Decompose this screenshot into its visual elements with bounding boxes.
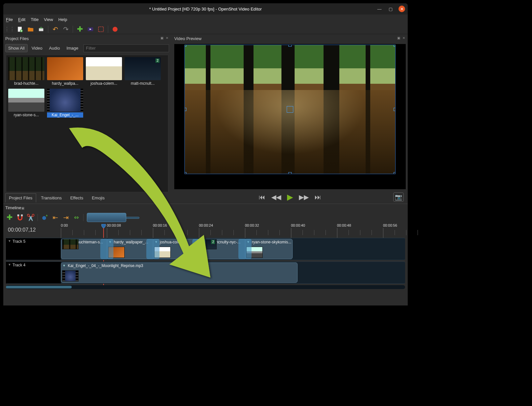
panel-float-icon[interactable]: ▣ — [160, 36, 165, 41]
save-project-icon[interactable] — [37, 26, 45, 33]
tile-label: matt-mcnult... — [125, 81, 161, 86]
timeline-scrollbar[interactable] — [6, 285, 405, 289]
timeline-transition[interactable] — [100, 239, 113, 259]
video-preview-title: Video Preview — [174, 36, 202, 41]
tab-effects[interactable]: Effects — [67, 193, 87, 202]
panel-close-icon[interactable]: ✕ — [166, 36, 170, 41]
ruler-tick: 00:00:48 — [337, 223, 351, 238]
timeline-transition[interactable] — [192, 239, 206, 259]
project-tile[interactable]: ryan-stone-s... — [8, 89, 44, 118]
clip-label: ryan-stone-skykomis... — [252, 240, 291, 244]
play-icon[interactable]: ▶ — [287, 192, 293, 202]
window-title: * Untitled Project [HD 720p 30 fps] - Op… — [149, 7, 262, 11]
tab-emojis[interactable]: Emojis — [88, 193, 108, 202]
tile-label: joshua-colem... — [86, 81, 122, 86]
rewind-icon[interactable]: ◀◀ — [271, 193, 281, 201]
ruler-tick: 0:00 — [61, 223, 68, 238]
close-button[interactable]: ✕ — [399, 6, 405, 12]
tab-project-files[interactable]: Project Files — [5, 193, 36, 202]
titlebar: * Untitled Project [HD 720p 30 fps] - Op… — [3, 3, 408, 14]
timeline-transition[interactable] — [146, 239, 159, 259]
project-files-header: Project Files ▣ ✕ — [3, 34, 171, 43]
preview-viewport[interactable] — [174, 44, 406, 189]
track-4-body[interactable]: ▼Kai_Engel_-_04_-_Moonlight_Reprise.mp3 — [61, 262, 405, 283]
new-project-icon[interactable] — [16, 26, 24, 33]
project-tile[interactable]: brad-huchte... — [8, 57, 44, 86]
track-4-header[interactable]: ▼ Track 4 — [6, 262, 61, 283]
timeline-panel: Timeline ▣ ✚ ✂️ + ⇤ ⇥ ⇔ — [3, 204, 408, 305]
project-tile[interactable]: joshua-colem... — [86, 57, 122, 86]
snapshot-icon[interactable]: 📷 — [393, 192, 404, 202]
open-project-icon[interactable] — [27, 26, 34, 33]
tile-thumbnail — [47, 57, 83, 80]
preview-image — [184, 45, 396, 174]
timeline-header: Timeline ▣ — [3, 204, 408, 212]
ruler-tick: 00:00:40 — [291, 223, 305, 238]
tile-thumbnail — [86, 57, 122, 80]
fullscreen-icon[interactable] — [97, 26, 105, 33]
track-4-label: Track 4 — [12, 263, 26, 267]
ruler-tick: 00:00:56 — [383, 223, 397, 238]
menu-view[interactable]: View — [44, 17, 53, 22]
track-5-body[interactable]: ▼brad-huchteman-s...▼hardy_wallpaper_...… — [61, 238, 405, 260]
preview-float-icon[interactable]: ▣ — [397, 36, 402, 41]
zoom-slider[interactable] — [87, 214, 139, 221]
clip-thumbnail — [62, 239, 79, 249]
tile-label: ryan-stone-s... — [8, 112, 44, 118]
timeline-clip[interactable]: ▼ryan-stone-skykomis... — [245, 239, 293, 259]
timeline-ruler[interactable]: 0:0000:00:0800:00:1600:00:2400:00:3200:0… — [61, 223, 408, 237]
project-files-panel: Project Files ▣ ✕ Show All Video Audio I… — [3, 34, 171, 204]
timeline-current-time: 00:00:07,12 — [3, 223, 61, 237]
filter-input[interactable] — [84, 44, 169, 52]
center-playhead-icon[interactable]: ⇔ — [73, 214, 80, 221]
playback-controls: ⏮ ◀◀ ▶ ▶▶ ⏭ 📷 — [172, 191, 408, 204]
project-tile[interactable]: matt-mcnult... — [125, 57, 161, 86]
timeline-clip[interactable]: ▼Kai_Engel_-_04_-_Moonlight_Reprise.mp3 — [61, 262, 298, 283]
filter-audio[interactable]: Audio — [46, 44, 62, 52]
razor-icon[interactable]: ✂️ — [27, 214, 34, 221]
export-icon[interactable] — [111, 26, 119, 33]
menu-title[interactable]: Title — [31, 17, 38, 22]
fast-forward-icon[interactable]: ▶▶ — [299, 193, 309, 201]
svg-rect-3 — [99, 27, 104, 32]
add-marker-icon[interactable]: + — [41, 214, 48, 221]
jump-end-icon[interactable]: ⏭ — [315, 193, 321, 201]
project-tile[interactable]: hardy_wallpa... — [47, 57, 83, 86]
redo-icon[interactable]: ↷ — [62, 26, 69, 33]
jump-start-icon[interactable]: ⏮ — [259, 193, 265, 201]
video-preview-header: Video Preview ▣ ✕ — [172, 34, 408, 43]
snap-icon[interactable] — [16, 214, 24, 221]
clip-thumbnail — [62, 270, 79, 282]
menu-file[interactable]: File — [6, 17, 13, 22]
next-marker-icon[interactable]: ⇥ — [62, 214, 69, 221]
project-thumbnails[interactable]: brad-huchte...hardy_wallpa...joshua-cole… — [6, 55, 168, 192]
track-5-header[interactable]: ▼ Track 5 — [6, 238, 61, 260]
svg-point-4 — [113, 27, 118, 32]
filter-video[interactable]: Video — [29, 44, 45, 52]
ruler-tick: 00:00:24 — [199, 223, 213, 238]
maximize-button[interactable]: ▢ — [387, 6, 394, 12]
clip-label: hardy_wallpaper_... — [114, 240, 148, 244]
timeline-float-icon[interactable]: ▣ — [21, 206, 24, 210]
grip-icon: ⋮⋮ — [6, 26, 13, 33]
minimize-button[interactable]: — — [376, 6, 383, 12]
menu-edit[interactable]: Edit — [18, 17, 25, 22]
profile-icon[interactable] — [87, 26, 94, 33]
timeline-transition[interactable] — [238, 239, 252, 259]
preview-close-icon[interactable]: ✕ — [402, 36, 407, 41]
timeline-tools: ✚ ✂️ + ⇤ ⇥ ⇔ — [3, 212, 408, 223]
video-preview-panel: Video Preview ▣ ✕ — [172, 34, 408, 204]
project-tile[interactable]: Kai_Engel_-_... — [47, 89, 83, 118]
undo-icon[interactable]: ↶ — [52, 26, 59, 33]
filter-image[interactable]: Image — [64, 44, 81, 52]
add-track-icon[interactable]: ✚ — [6, 214, 13, 221]
track-5: ▼ Track 5 ▼brad-huchteman-s...▼hardy_wal… — [6, 238, 405, 260]
chevron-down-icon: ▼ — [8, 239, 11, 243]
import-files-icon[interactable]: ✚ — [76, 26, 84, 33]
tab-transitions[interactable]: Transitions — [37, 193, 65, 202]
chevron-down-icon: ▼ — [62, 264, 66, 267]
ruler-tick: 00:00:16 — [153, 223, 167, 238]
menu-help[interactable]: Help — [58, 17, 67, 22]
filter-show-all[interactable]: Show All — [5, 44, 28, 52]
prev-marker-icon[interactable]: ⇤ — [52, 214, 59, 221]
